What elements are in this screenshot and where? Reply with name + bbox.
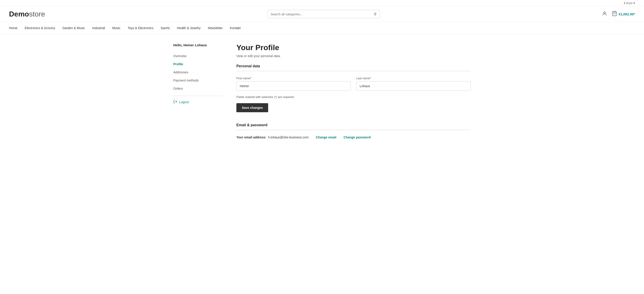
sidebar-item-payment-methods[interactable]: Payment methods <box>173 77 223 84</box>
sidebar-divider <box>173 96 223 96</box>
search-input[interactable] <box>270 13 374 16</box>
cart-area[interactable]: €1,052.00* <box>612 11 635 18</box>
change-email-button[interactable]: Change email <box>316 135 336 139</box>
required-note: Fields marked with asterisks (*) are req… <box>236 95 471 99</box>
email-section-title: Email & password <box>236 123 471 127</box>
email-password-section: Email & password Your email address: h.l… <box>236 123 471 139</box>
header: Demostore ⚲ €1,052.00* <box>0 6 644 22</box>
nav-item-electronics-grocery[interactable]: Electronics & Grocery <box>21 25 58 31</box>
logo[interactable]: Demostore <box>9 10 45 18</box>
email-value: h.lohaus@she-business.com <box>268 135 309 139</box>
search-button[interactable]: ⚲ <box>374 12 376 16</box>
save-changes-button[interactable]: Save changes <box>236 103 268 112</box>
profile-subtitle: View or edit your personal data. <box>236 54 471 58</box>
sidebar-greeting: Hello, Heiner Lohaus <box>173 43 223 47</box>
change-password-button[interactable]: Change password <box>344 135 371 139</box>
sidebar-item-overview[interactable]: Overview <box>173 52 223 60</box>
currency-selector[interactable]: € Euro ▾ <box>624 1 635 5</box>
profile-title: Your Profile <box>236 43 471 52</box>
top-bar: € Euro ▾ <box>0 0 644 6</box>
sidebar-menu: Overview Profile Addresses Payment metho… <box>173 52 223 92</box>
nav-item-newsletter[interactable]: Newsletter <box>204 25 226 31</box>
svg-point-0 <box>604 12 606 14</box>
profile-content: Your Profile View or edit your personal … <box>236 43 471 139</box>
search-bar: ⚲ <box>267 10 380 18</box>
logout-icon <box>173 100 177 104</box>
personal-data-section-title: Personal data <box>236 64 471 68</box>
logo-light-part: store <box>29 10 45 18</box>
main-nav: Home Electronics & Grocery Garden & Musi… <box>0 22 644 34</box>
sidebar-item-addresses[interactable]: Addresses <box>173 69 223 76</box>
nav-item-toys-electronics[interactable]: Toys & Electronics <box>124 25 157 31</box>
last-name-group: Last name* <box>356 77 471 91</box>
first-name-label: First name* <box>236 77 351 80</box>
sidebar-item-profile[interactable]: Profile <box>173 61 223 68</box>
sidebar-item-orders[interactable]: Orders <box>173 85 223 92</box>
email-section-divider <box>236 130 471 130</box>
main-layout: Hello, Heiner Lohaus Overview Profile Ad… <box>164 34 480 148</box>
last-name-label: Last name* <box>356 77 471 80</box>
nav-item-industrial[interactable]: Industrial <box>88 25 108 31</box>
nav-item-music[interactable]: Music <box>108 25 124 31</box>
first-name-input[interactable] <box>236 81 351 91</box>
nav-item-kontakt[interactable]: Kontakt <box>226 25 244 31</box>
personal-data-divider <box>236 71 471 71</box>
logout-label: Logout <box>179 100 189 104</box>
logout-button[interactable]: Logout <box>173 100 189 104</box>
currency-chevron-icon: ▾ <box>634 1 635 5</box>
nav-item-home[interactable]: Home <box>9 25 21 31</box>
email-row: Your email address: h.lohaus@she-busines… <box>236 135 471 139</box>
nav-item-sports[interactable]: Sports <box>157 25 173 31</box>
cart-icon <box>612 11 617 18</box>
search-icon: ⚲ <box>374 12 376 16</box>
sidebar: Hello, Heiner Lohaus Overview Profile Ad… <box>173 43 223 139</box>
name-form-row: First name* Last name* <box>236 77 471 91</box>
user-account-icon[interactable] <box>602 11 607 18</box>
cart-total: €1,052.00* <box>618 12 635 16</box>
logo-bold-part: Demo <box>9 10 29 18</box>
email-label-key: Your email address: <box>236 135 266 139</box>
nav-item-health-jewelry[interactable]: Health & Jewelry <box>173 25 204 31</box>
last-name-input[interactable] <box>356 81 471 91</box>
header-actions: €1,052.00* <box>602 11 635 18</box>
first-name-group: First name* <box>236 77 351 91</box>
email-address-label: Your email address: h.lohaus@she-busines… <box>236 135 309 139</box>
nav-item-garden-music[interactable]: Garden & Music <box>59 25 88 31</box>
currency-label: € Euro <box>624 1 632 5</box>
